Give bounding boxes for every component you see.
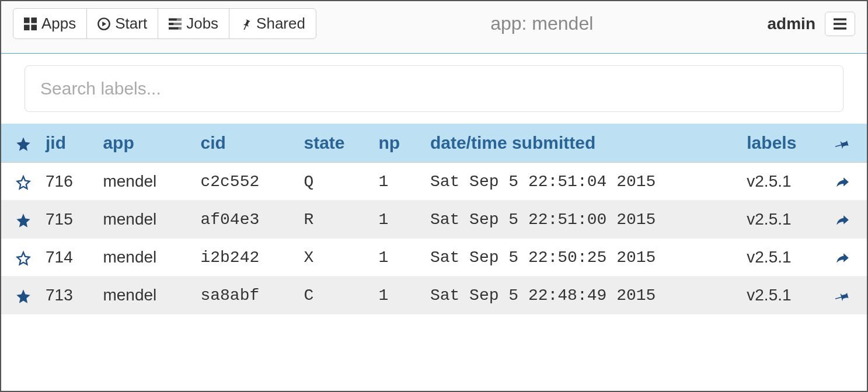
table-header-row: jid app cid state np date/time submitted…: [1, 124, 867, 163]
cell-app: mendel: [96, 276, 193, 314]
cell-labels: v2.5.1: [740, 276, 826, 314]
table-row[interactable]: 716mendelc2c552Q1Sat Sep 5 22:51:04 2015…: [1, 163, 867, 201]
col-header-star[interactable]: [1, 124, 39, 163]
col-header-date[interactable]: date/time submitted: [423, 124, 740, 163]
start-label: Start: [115, 15, 147, 33]
svg-rect-10: [179, 27, 182, 29]
star-icon: [15, 136, 32, 152]
star-filled-icon: [15, 288, 32, 304]
table-row[interactable]: 715mendelaf04e3R1Sat Sep 5 22:51:00 2015…: [1, 201, 867, 239]
search-container: [1, 54, 867, 124]
header-right: admin: [768, 12, 855, 36]
title-value: mendel: [532, 13, 593, 34]
svg-rect-1: [31, 18, 37, 23]
cell-labels: v2.5.1: [740, 163, 826, 201]
nav-button-group: Apps Start Jobs Shared: [13, 8, 316, 39]
svg-rect-11: [834, 18, 846, 20]
cell-state: C: [297, 276, 371, 314]
cell-np: 1: [371, 276, 423, 314]
jobs-label: Jobs: [186, 15, 218, 33]
table-row[interactable]: 714mendeli2b242X1Sat Sep 5 22:50:25 2015…: [1, 239, 867, 276]
star-outline-icon: [15, 174, 32, 191]
action-cell[interactable]: [826, 276, 867, 314]
share-icon: [834, 213, 850, 228]
col-header-state[interactable]: state: [297, 124, 371, 163]
cell-app: mendel: [96, 239, 193, 276]
share-icon: [834, 175, 850, 190]
cell-jid: 713: [39, 276, 96, 314]
cell-labels: v2.5.1: [740, 239, 826, 276]
star-cell[interactable]: [1, 201, 39, 239]
col-header-cid[interactable]: cid: [193, 124, 297, 163]
star-cell[interactable]: [1, 276, 39, 314]
cell-np: 1: [371, 239, 423, 276]
svg-rect-9: [173, 22, 182, 24]
cell-cid: c2c552: [193, 163, 297, 201]
star-cell[interactable]: [1, 163, 39, 201]
col-header-np[interactable]: np: [371, 124, 423, 163]
svg-rect-2: [24, 24, 30, 30]
user-label[interactable]: admin: [768, 15, 815, 33]
cell-cid: i2b242: [193, 239, 297, 276]
table-row[interactable]: 713mendelsa8abfC1Sat Sep 5 22:48:49 2015…: [1, 276, 867, 314]
star-outline-icon: [15, 250, 32, 267]
cell-np: 1: [371, 201, 423, 239]
cell-state: R: [297, 201, 371, 239]
cell-labels: v2.5.1: [740, 201, 826, 239]
title-prefix: app:: [490, 13, 532, 34]
cell-state: X: [297, 239, 371, 276]
tasks-icon: [169, 18, 182, 30]
start-button[interactable]: Start: [86, 8, 158, 39]
col-header-jid[interactable]: jid: [39, 124, 96, 163]
page-title: app: mendel: [316, 13, 768, 34]
cell-np: 1: [371, 163, 423, 201]
star-filled-icon: [15, 212, 32, 229]
apps-label: Apps: [41, 15, 76, 33]
apps-button[interactable]: Apps: [13, 8, 87, 39]
cell-date: Sat Sep 5 22:51:00 2015: [423, 201, 740, 239]
cell-jid: 716: [39, 163, 96, 201]
hamburger-icon: [834, 18, 846, 30]
cell-date: Sat Sep 5 22:50:25 2015: [423, 239, 740, 276]
header-toolbar: Apps Start Jobs Shared app: mendel admin: [1, 1, 867, 54]
shared-label: Shared: [256, 15, 305, 33]
cell-state: Q: [297, 163, 371, 201]
star-cell[interactable]: [1, 239, 39, 276]
jobs-table: jid app cid state np date/time submitted…: [1, 124, 867, 314]
share-icon: [834, 251, 850, 266]
col-header-labels[interactable]: labels: [740, 124, 826, 163]
col-header-pin[interactable]: [826, 124, 867, 163]
svg-rect-8: [177, 18, 182, 20]
th-large-icon: [24, 18, 37, 30]
pushpin-icon: [835, 136, 850, 152]
shared-button[interactable]: Shared: [229, 8, 316, 39]
cell-app: mendel: [96, 163, 193, 201]
jobs-button[interactable]: Jobs: [158, 8, 229, 39]
cell-jid: 715: [39, 201, 96, 239]
cell-cid: sa8abf: [193, 276, 297, 314]
svg-rect-0: [24, 18, 30, 23]
action-cell[interactable]: [826, 163, 867, 201]
cell-date: Sat Sep 5 22:48:49 2015: [423, 276, 740, 314]
cell-cid: af04e3: [193, 201, 297, 239]
svg-rect-12: [834, 23, 846, 25]
search-input[interactable]: [25, 65, 843, 112]
action-cell[interactable]: [826, 239, 867, 276]
play-circle-icon: [97, 18, 110, 30]
action-cell[interactable]: [826, 201, 867, 239]
svg-rect-13: [834, 27, 846, 30]
menu-button[interactable]: [825, 12, 855, 36]
cell-app: mendel: [96, 201, 193, 239]
cell-jid: 714: [39, 239, 96, 276]
col-header-app[interactable]: app: [96, 124, 193, 163]
pushpin-icon: [835, 289, 850, 304]
pushpin-icon: [240, 18, 252, 30]
cell-date: Sat Sep 5 22:51:04 2015: [423, 163, 740, 201]
svg-rect-3: [31, 24, 37, 30]
